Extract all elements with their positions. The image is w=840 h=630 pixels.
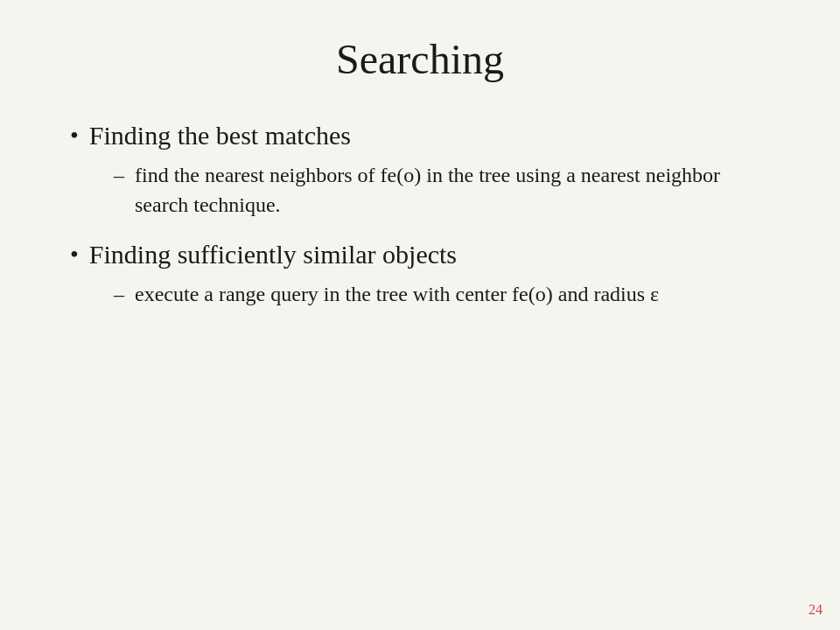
sub-bullet-item-2-1: – execute a range query in the tree with… xyxy=(114,280,770,310)
bullet-main-2: • Finding sufficiently similar objects xyxy=(70,237,770,271)
slide-content: • Finding the best matches – find the ne… xyxy=(70,118,770,578)
slide-container: Searching • Finding the best matches – f… xyxy=(0,0,840,630)
bullet-text-1: Finding the best matches xyxy=(89,118,351,152)
bullet-item-2: • Finding sufficiently similar objects –… xyxy=(70,237,770,310)
slide-title: Searching xyxy=(70,35,770,83)
sub-bullets-2: – execute a range query in the tree with… xyxy=(114,280,770,310)
sub-bullet-text-1-1: find the nearest neighbors of fe(o) in t… xyxy=(135,161,770,220)
slide-number: 24 xyxy=(808,602,822,618)
sub-bullet-dash-1-1: – xyxy=(114,161,124,191)
bullet-dot-2: • xyxy=(70,239,79,270)
sub-bullet-dash-2-1: – xyxy=(114,280,124,310)
bullet-main-1: • Finding the best matches xyxy=(70,118,770,152)
bullet-item-1: • Finding the best matches – find the ne… xyxy=(70,118,770,220)
sub-bullet-item-1-1: – find the nearest neighbors of fe(o) in… xyxy=(114,161,770,220)
bullet-text-2: Finding sufficiently similar objects xyxy=(89,237,457,271)
sub-bullet-text-2-1: execute a range query in the tree with c… xyxy=(135,280,659,310)
sub-bullets-1: – find the nearest neighbors of fe(o) in… xyxy=(114,161,770,220)
bullet-dot-1: • xyxy=(70,120,79,151)
